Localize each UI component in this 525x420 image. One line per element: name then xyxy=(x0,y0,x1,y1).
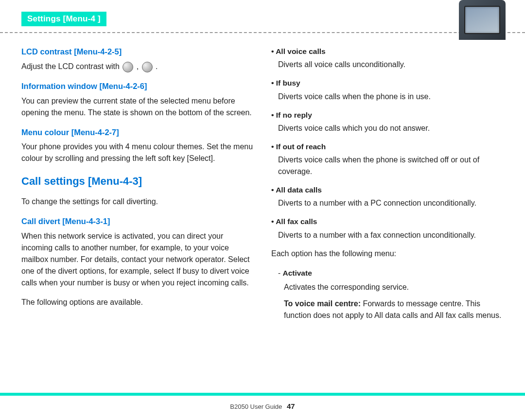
para-menu-colour: Your phone provides you with 4 menu colo… xyxy=(21,141,254,164)
tvmc-bold: To voice mail centre: xyxy=(284,299,363,308)
header-tab: Settings [Menu-4 ] xyxy=(21,12,106,26)
option-body: Diverts voice calls which you do not ans… xyxy=(278,122,504,134)
para-info-window: You can preview the current state of the… xyxy=(21,95,254,119)
right-column: All voice calls Diverts all voice calls … xyxy=(271,46,504,385)
left-column: LCD contrast [Menu-4-2-5] Adjust the LCD… xyxy=(21,46,254,385)
activate-body: Activates the corresponding service. xyxy=(284,281,504,293)
option-head: All voice calls xyxy=(271,46,504,57)
list-item: All voice calls Diverts all voice calls … xyxy=(271,46,504,70)
option-body: Diverts to a number with a fax connectio… xyxy=(278,229,504,241)
text: Adjust the LCD contrast with xyxy=(21,62,122,70)
option-head: If no reply xyxy=(271,109,504,121)
list-item: If no reply Diverts voice calls which yo… xyxy=(271,109,504,134)
each-option-text: Each option has the following menu: xyxy=(271,248,504,260)
text-comma: , xyxy=(137,62,141,70)
activate-label: Activate xyxy=(282,269,312,277)
option-head: If out of reach xyxy=(271,141,504,152)
heading-call-divert: Call divert [Menu-4-3-1] xyxy=(21,215,254,228)
divert-options-list: All voice calls Diverts all voice calls … xyxy=(271,46,504,241)
option-head: All fax calls xyxy=(271,216,504,227)
phone-image xyxy=(459,0,506,40)
heading-call-settings: Call settings [Menu-4-3] xyxy=(21,173,254,189)
list-item: All data calls Diverts to a number with … xyxy=(271,184,504,209)
submenu-activate: Activate xyxy=(278,267,504,279)
divider-dashed xyxy=(0,32,525,33)
list-item: If busy Diverts voice calls when the pho… xyxy=(271,77,504,102)
text-period: . xyxy=(156,62,158,70)
content-area: LCD contrast [Menu-4-2-5] Adjust the LCD… xyxy=(21,46,504,385)
option-head: All data calls xyxy=(271,184,504,195)
phone-screen xyxy=(464,6,500,34)
footer: B2050 User Guide 47 xyxy=(0,402,525,410)
option-body: Diverts voice calls when the phone is in… xyxy=(278,91,504,103)
footer-page-number: 47 xyxy=(287,402,295,410)
para-call-settings: To change the settings for call divertin… xyxy=(21,196,254,208)
heading-info-window: Information window [Menu-4-2-6] xyxy=(21,80,254,92)
list-item: If out of reach Diverts voice calls when… xyxy=(271,141,504,177)
para-options-available: The following options are available. xyxy=(21,297,254,308)
para-lcd-contrast: Adjust the LCD contrast with , . xyxy=(21,61,254,72)
to-voice-mail-centre: To voice mail centre: Forwards to messag… xyxy=(284,298,504,321)
option-body: Diverts to a number with a PC connection… xyxy=(278,197,504,209)
para-call-divert: When this network service is activated, … xyxy=(21,230,254,289)
heading-lcd-contrast: LCD contrast [Menu-4-2-5] xyxy=(21,46,254,58)
footer-rule xyxy=(0,393,525,396)
option-body: Diverts voice calls when the phone is sw… xyxy=(278,154,504,177)
footer-guide: B2050 User Guide xyxy=(230,403,282,410)
left-key-icon xyxy=(122,62,133,72)
option-head: If busy xyxy=(271,77,504,88)
heading-menu-colour: Menu colour [Menu-4-2-7] xyxy=(21,126,254,139)
list-item: All fax calls Diverts to a number with a… xyxy=(271,216,504,241)
option-body: Diverts all voice calls unconditionally. xyxy=(278,59,504,70)
right-key-icon xyxy=(142,62,153,72)
